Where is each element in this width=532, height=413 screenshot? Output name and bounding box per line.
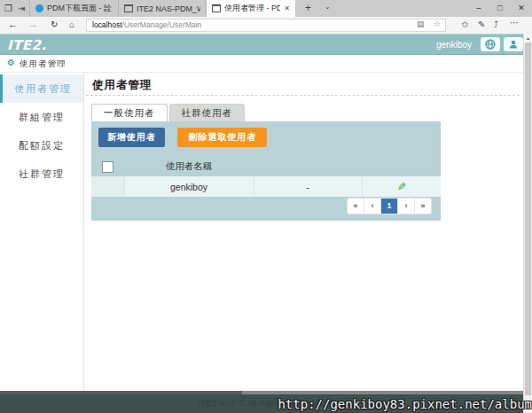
browser-window: ❐ ⇥ PDM下載頁面 - 詮力科技ITE ITE2 NAS-PDM_Windo… (0, 0, 532, 413)
globe-icon (485, 39, 496, 50)
browser-tab-bar: ❐ ⇥ PDM下載頁面 - 詮力科技ITE ITE2 NAS-PDM_Windo… (0, 0, 532, 17)
pagination-first-button[interactable]: « (348, 199, 364, 214)
new-tab-button[interactable]: + (305, 2, 311, 14)
home-icon[interactable]: ⌂ (69, 19, 74, 29)
browser-tab-user-manage-active[interactable]: 使用者管理 - PDM ✕ (207, 0, 295, 17)
sidebar: 使用者管理 群組管理 配額設定 社群管理 (0, 73, 84, 391)
web-note-pen-icon[interactable]: ✎ (478, 19, 485, 29)
address-bar: ← → ↻ ⌂ localhost/UserManage/UserMain ▤ … (0, 17, 532, 34)
window-favicon (212, 4, 221, 12)
delete-selected-users-button[interactable]: 刪除選取使用者 (177, 128, 267, 147)
more-options-icon[interactable]: ⋯ (510, 18, 519, 27)
page-title: 使用者管理 (92, 78, 153, 93)
url-input[interactable]: localhost/UserManage/UserMain (86, 19, 446, 32)
pagination-prev-button[interactable]: ‹ (364, 199, 380, 214)
person-icon (508, 39, 519, 50)
minimize-button[interactable]: – (468, 0, 489, 17)
row-select-cell (91, 176, 124, 197)
tab-list-chevron-icon[interactable]: ⌄ (325, 3, 331, 11)
favorite-star-icon[interactable]: ☆ (434, 19, 441, 28)
back-icon[interactable]: ← (8, 19, 18, 29)
close-tab-icon[interactable]: ✕ (284, 4, 290, 12)
row-value: - (254, 176, 362, 197)
pdm-favicon (35, 4, 43, 12)
tab-community-users[interactable]: 社群使用者 (169, 104, 246, 121)
vertical-scrollbar[interactable]: ▴ ▾ (523, 34, 532, 413)
sidebar-item-quota-settings[interactable]: 配額設定 (0, 131, 83, 160)
language-globe-button[interactable] (481, 37, 500, 51)
browser-tab-pdm-download[interactable]: PDM下載頁面 - 詮力科技ITE (29, 0, 119, 17)
action-buttons-row: 新增使用者 刪除選取使用者 (91, 121, 441, 147)
ite2-logo: ITE2. (7, 37, 47, 53)
breadcrumb: ⚙ 使用者管理 (0, 55, 532, 73)
table-header-row: 使用者名稱 (91, 157, 441, 176)
window-controls: – □ ✕ (468, 0, 532, 17)
sidebar-item-community-manage[interactable]: 社群管理 (0, 160, 83, 188)
table-row[interactable]: genkiboy - ✎ (91, 176, 441, 197)
photo-watermark: http://genkiboy83.pixnet.net/album (278, 397, 532, 411)
set-aside-tabs-icon[interactable]: ❐ (4, 3, 12, 14)
window-favicon (124, 4, 133, 12)
url-path: /UserManage/UserMain (122, 20, 202, 29)
edit-pencil-icon[interactable]: ✎ (397, 181, 406, 193)
reading-view-icon[interactable]: ▤ (417, 19, 425, 28)
pagination-page-1[interactable]: 1 (380, 199, 397, 214)
browser-tab-nas-pdm[interactable]: ITE2 NAS-PDM_Windows 10 (119, 0, 207, 17)
forward-icon[interactable]: → (28, 19, 38, 29)
select-all-checkbox[interactable] (102, 161, 113, 173)
maximize-button[interactable]: □ (489, 0, 511, 17)
pagination: « ‹ 1 › » (347, 198, 432, 214)
vertical-scrollbar-thumb[interactable] (525, 43, 531, 395)
refresh-icon[interactable]: ↻ (51, 19, 58, 29)
sidebar-item-group-manage[interactable]: 群組管理 (0, 103, 83, 131)
tab-preview-icon[interactable]: ⇥ (18, 3, 25, 14)
pagination-last-button[interactable]: » (414, 199, 431, 214)
sidebar-item-user-manage[interactable]: 使用者管理 (0, 74, 83, 103)
tab-title: PDM下載頁面 - 詮力科技ITE (47, 3, 113, 14)
add-user-button[interactable]: 新增使用者 (98, 128, 165, 147)
logged-in-username: genkiboy (436, 40, 472, 50)
site-header: ITE2. genkiboy (0, 34, 532, 55)
user-table: 使用者名稱 genkiboy - ✎ (91, 157, 441, 197)
hub-icon[interactable]: ✩ (461, 19, 468, 29)
gear-icon: ⚙ (7, 58, 15, 67)
share-icon[interactable]: ⤴ (494, 19, 498, 29)
account-button[interactable] (504, 37, 523, 51)
breadcrumb-label: 使用者管理 (20, 58, 66, 70)
column-header-username: 使用者名稱 (124, 157, 254, 176)
tab-title: ITE2 NAS-PDM_Windows 10 (137, 4, 200, 13)
title-divider (86, 95, 520, 96)
pagination-next-button[interactable]: › (397, 199, 414, 214)
row-username: genkiboy (124, 176, 254, 197)
user-list-panel: 新增使用者 刪除選取使用者 使用者名稱 genkiboy - ✎ (91, 121, 441, 221)
scrollbar-up-arrow-icon[interactable]: ▴ (524, 34, 532, 43)
content-tabs: 一般使用者 社群使用者 (91, 104, 245, 121)
url-host: localhost (92, 20, 122, 29)
tab-general-users[interactable]: 一般使用者 (91, 104, 168, 121)
close-window-button[interactable]: ✕ (511, 0, 532, 17)
tab-title: 使用者管理 - PDM (224, 3, 280, 14)
